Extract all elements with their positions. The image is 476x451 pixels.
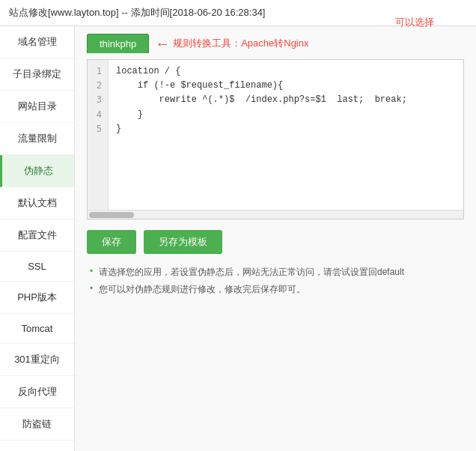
sidebar-item-pseudo[interactable]: 伪静态 [0,155,74,187]
selectable-hint: 可以选择 [395,16,434,29]
rule-tool-link[interactable]: 规则转换工具：Apache转Nginx [173,37,308,50]
sidebar-item-default-doc[interactable]: 默认文档 [0,187,74,220]
main-content: 可以选择 thinkphp ← 规则转换工具：Apache转Nginx 1234… [75,26,476,451]
thinkphp-tab[interactable]: thinkphp [87,34,149,53]
scrollbar-thumb[interactable] [89,212,134,218]
sidebar-item-config[interactable]: 配置文件 [0,220,74,252]
hint-item: 请选择您的应用，若设置伪静态后，网站无法正常访问，请尝试设置回default [87,266,464,279]
sidebar-item-tomcat[interactable]: Tomcat [0,314,74,344]
sidebar-item-subdir[interactable]: 子目录绑定 [0,58,74,91]
sidebar-item-sitedir[interactable]: 网站目录 [0,91,74,123]
button-row: 保存 另存为模板 [87,230,464,254]
page-title: 站点修改[www.layton.top] -- 添加时间[2018-06-20 … [9,7,265,18]
sidebar-item-ssl[interactable]: SSL [0,252,74,282]
sidebar-item-log[interactable]: 响应日志 [0,441,74,451]
sidebar-item-php[interactable]: PHP版本 [0,282,74,314]
code-editor: 12345 [88,60,463,210]
sidebar: 域名管理子目录绑定网站目录流量限制伪静态默认文档配置文件SSLPHP版本Tomc… [0,26,75,451]
code-editor-wrapper: 12345 [87,59,464,220]
arrow-icon: ← [155,35,170,52]
save-button[interactable]: 保存 [87,230,136,254]
sidebar-item-hotlink[interactable]: 防盗链 [0,408,74,441]
hint-list: 请选择您的应用，若设置伪静态后，网站无法正常访问，请尝试设置回default您可… [87,266,464,296]
hint-item: 您可以对伪静态规则进行修改，修改完后保存即可。 [87,283,464,296]
tab-bar: thinkphp ← 规则转换工具：Apache转Nginx [87,34,464,53]
sidebar-item-redirect[interactable]: 301重定向 [0,344,74,376]
horizontal-scrollbar[interactable] [88,210,463,219]
sidebar-item-domain[interactable]: 域名管理 [0,26,74,58]
line-numbers: 12345 [88,60,109,210]
main-layout: 域名管理子目录绑定网站目录流量限制伪静态默认文档配置文件SSLPHP版本Tomc… [0,26,476,451]
save-as-template-button[interactable]: 另存为模板 [144,230,222,254]
sidebar-item-traffic[interactable]: 流量限制 [0,123,74,155]
code-textarea[interactable] [109,60,463,210]
sidebar-item-reverse-proxy[interactable]: 反向代理 [0,376,74,408]
